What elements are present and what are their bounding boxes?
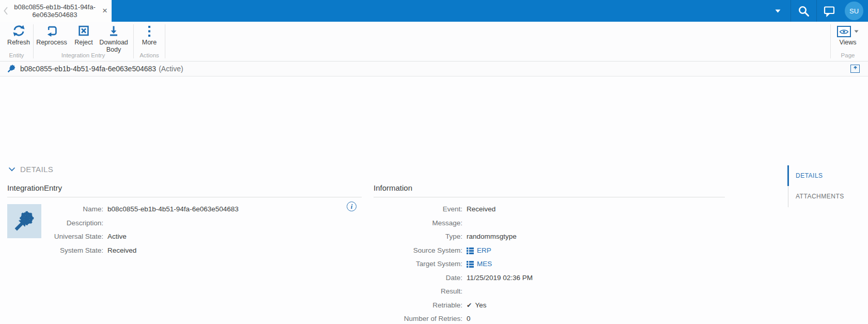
check-icon: ✔ [467, 301, 472, 311]
integration-entry-icon [7, 64, 16, 73]
entity-thumbnail [7, 204, 41, 238]
rail-tab-details[interactable]: DETAILS [796, 165, 868, 186]
group-caption-page: Page [831, 52, 865, 58]
chat-bubble-icon [823, 5, 835, 17]
field-value: 11/25/2019 02:36 PM [467, 273, 533, 283]
field-row: Universal State: Active [48, 232, 362, 242]
integration-entry-icon [12, 209, 36, 233]
reprocess-icon [45, 24, 58, 37]
field-row: Retriable: ✔ Yes [374, 301, 725, 311]
group-caption-entity: Entity [0, 52, 33, 58]
field-row: Source System: ERP [374, 246, 725, 256]
field-row: System State: Received [48, 246, 362, 256]
field-value: 0 [467, 314, 471, 324]
field-value: Received [467, 205, 495, 214]
reprocess-button[interactable]: Reprocess [33, 24, 70, 47]
details-page: DETAILS IntegrationEntry Name: b08c0855-… [0, 76, 868, 324]
tab-title: b08c0855-eb1b-4b51-94fa-6e063e504683 [11, 3, 98, 19]
field-row: Date: 11/25/2019 02:36 PM [374, 273, 725, 283]
field-row: Number of Retries: 0 [374, 314, 725, 324]
more-ellipsis-icon [148, 24, 151, 37]
more-button[interactable]: More [134, 24, 165, 47]
field-row: Message: [374, 219, 725, 228]
details-section-title: DETAILS [20, 165, 53, 174]
field-row: Event: Received [374, 205, 725, 214]
user-avatar[interactable]: SU [845, 2, 863, 20]
close-tab-icon[interactable]: × [98, 0, 112, 22]
field-row: Result: [374, 287, 725, 297]
field-value: randommsgtype [467, 232, 517, 242]
tabs-dropdown-button[interactable] [765, 0, 791, 22]
integration-entry-panel: IntegrationEntry Name: b08c0855-eb1b-4b5… [7, 183, 362, 259]
back-chevron-icon[interactable] [0, 0, 11, 22]
search-button[interactable] [791, 0, 816, 22]
active-section-indicator [787, 165, 789, 186]
system-list-icon [467, 248, 474, 254]
field-row: Type: randommsgtype [374, 232, 725, 242]
caret-down-icon [775, 9, 781, 13]
field-row: Target System: MES [374, 259, 725, 269]
entity-header-bar: b08c0855-eb1b-4b51-94fa-6e063e504683 (Ac… [0, 61, 868, 76]
top-app-bar: b08c0855-eb1b-4b51-94fa-6e063e504683 × S… [0, 0, 868, 22]
panel-title: IntegrationEntry [7, 183, 362, 197]
download-body-button[interactable]: Download Body [97, 24, 130, 53]
field-row: Name: b08c0855-eb1b-4b51-94fa-6e063e5046… [48, 205, 362, 214]
field-value: Received [107, 246, 136, 256]
caret-down-icon[interactable] [854, 30, 859, 33]
target-system-link[interactable]: MES [477, 259, 492, 269]
group-caption-integration-entry: Integration Entry [33, 52, 133, 58]
download-icon [107, 24, 120, 37]
reject-icon [78, 24, 90, 37]
toolbar-group-divider [165, 24, 165, 58]
panel-title: Information [374, 183, 725, 197]
ribbon-toolbar: Refresh Reprocess Reject [0, 22, 868, 61]
field-row: Description: [48, 219, 362, 228]
info-icon[interactable]: i [347, 202, 357, 211]
field-value: b08c0855-eb1b-4b51-94fa-6e063e504683 [107, 205, 239, 214]
entity-status: (Active) [159, 65, 183, 73]
refresh-button[interactable]: Refresh [4, 24, 33, 47]
chevron-down-icon [8, 167, 16, 172]
eye-icon [837, 26, 851, 37]
system-list-icon [467, 261, 474, 268]
feedback-button[interactable] [816, 0, 842, 22]
rail-tab-attachments[interactable]: ATTACHMENTS [796, 186, 868, 207]
field-value: Yes [475, 301, 486, 311]
reject-button[interactable]: Reject [70, 24, 97, 47]
group-caption-actions: Actions [134, 52, 165, 58]
views-button[interactable]: Views [831, 24, 865, 47]
details-section-toggle[interactable]: DETAILS [8, 165, 53, 174]
source-system-link[interactable]: ERP [477, 246, 491, 256]
refresh-icon [12, 24, 25, 37]
entity-tab[interactable]: b08c0855-eb1b-4b51-94fa-6e063e504683 × [0, 0, 112, 22]
search-icon [798, 5, 810, 17]
entity-title: b08c0855-eb1b-4b51-94fa-6e063e504683 [20, 65, 156, 73]
field-value: Active [107, 232, 127, 242]
collapse-header-icon[interactable] [850, 65, 860, 73]
information-panel: Information Event: Received Message: Typ… [374, 183, 725, 324]
